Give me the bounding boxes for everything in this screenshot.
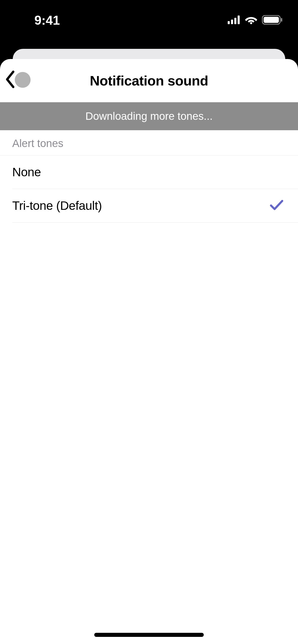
svg-rect-7 [281, 18, 282, 22]
home-indicator[interactable] [94, 633, 204, 637]
banner-text: Downloading more tones... [85, 110, 213, 122]
tone-label: None [12, 165, 41, 179]
tone-label: Tri-tone (Default) [12, 199, 102, 213]
wifi-icon [245, 16, 257, 25]
svg-rect-3 [238, 16, 240, 24]
status-time: 9:41 [34, 13, 60, 28]
battery-icon [262, 15, 283, 26]
downloading-banner: Downloading more tones... [0, 102, 298, 130]
nav-header: Notification sound [0, 59, 298, 102]
avatar-placeholder [15, 72, 31, 88]
back-button[interactable] [5, 70, 31, 89]
section-header: Alert tones [0, 130, 298, 155]
svg-rect-2 [234, 18, 236, 24]
status-icons [228, 15, 283, 26]
checkmark-icon [270, 200, 283, 212]
status-bar: 9:41 [0, 0, 298, 36]
modal-sheet: Notification sound Downloading more tone… [0, 59, 298, 644]
svg-rect-6 [264, 17, 279, 23]
chevron-left-icon [5, 70, 15, 89]
tone-option-none[interactable]: None [12, 155, 298, 189]
cellular-icon [228, 16, 240, 25]
page-title: Notification sound [90, 73, 208, 89]
tone-option-tritone[interactable]: Tri-tone (Default) [12, 189, 298, 223]
svg-rect-0 [228, 21, 230, 24]
svg-rect-1 [231, 20, 233, 24]
svg-point-4 [250, 22, 252, 24]
